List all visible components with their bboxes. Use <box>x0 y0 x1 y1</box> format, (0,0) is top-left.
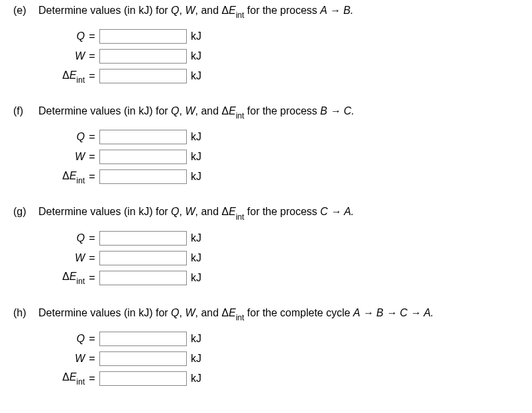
delta-e-int-symbol: ΔEint <box>62 170 85 181</box>
equals-sign: = <box>85 333 99 345</box>
variable-label: W <box>38 151 85 163</box>
unit-label: kJ <box>191 171 201 183</box>
unit-label: kJ <box>191 70 201 82</box>
var-w: W <box>185 105 195 116</box>
answer-input[interactable] <box>99 49 187 64</box>
answer-input[interactable] <box>99 332 187 346</box>
question-header: (f)Determine values (in kJ) for Q, W, an… <box>13 103 519 120</box>
process-text: A → B. <box>320 5 353 16</box>
var-q: Q <box>171 206 179 217</box>
unit-label: kJ <box>191 333 201 345</box>
answer-input[interactable] <box>99 150 187 164</box>
input-row: ΔEint=kJ <box>38 269 519 287</box>
unit-label: kJ <box>191 50 201 62</box>
var-q: Q <box>171 5 179 16</box>
question-text: Determine values (in kJ) for Q, W, and Δ… <box>38 3 353 20</box>
input-row: Q=kJ <box>38 128 519 146</box>
answer-input[interactable] <box>99 351 187 366</box>
unit-label: kJ <box>191 30 201 42</box>
unit-label: kJ <box>191 232 201 244</box>
equals-sign: = <box>85 373 99 385</box>
question-text-suffix: for the complete cycle <box>244 307 354 318</box>
answer-input[interactable] <box>99 251 187 265</box>
input-row: Q=kJ <box>38 28 519 45</box>
equals-sign: = <box>85 353 99 365</box>
process-text: A → B → C → A. <box>353 307 433 318</box>
input-row: Q=kJ <box>38 230 519 247</box>
delta-e-int-symbol: ΔEint <box>222 5 244 16</box>
equals-sign: = <box>85 171 99 183</box>
var-q: Q <box>171 307 179 318</box>
question-label: (e) <box>13 5 38 17</box>
question-text: Determine values (in kJ) for Q, W, and Δ… <box>38 305 434 322</box>
question-text-suffix: for the process <box>244 206 321 217</box>
answer-input[interactable] <box>99 29 187 44</box>
answer-input[interactable] <box>99 231 187 246</box>
question-text-prefix: Determine values (in kJ) for <box>38 307 171 318</box>
variable-label: Q <box>38 333 85 345</box>
variable-label: W <box>38 252 85 264</box>
var-w: W <box>185 206 195 217</box>
input-row: ΔEint=kJ <box>38 168 519 185</box>
delta-e-int-symbol: ΔEint <box>62 69 85 81</box>
variable-label: Q <box>38 131 85 143</box>
delta-e-int-symbol: ΔEint <box>62 371 85 383</box>
answer-input[interactable] <box>99 69 187 83</box>
question-label: (f) <box>13 105 38 117</box>
unit-label: kJ <box>191 373 201 385</box>
input-rows: Q=kJW=kJΔEint=kJ <box>13 128 519 185</box>
answer-input[interactable] <box>99 271 187 285</box>
input-row: W=kJ <box>38 48 519 65</box>
question-block: (f)Determine values (in kJ) for Q, W, an… <box>13 103 519 185</box>
input-row: W=kJ <box>38 148 519 165</box>
question-block: (g)Determine values (in kJ) for Q, W, an… <box>13 204 519 286</box>
question-text: Determine values (in kJ) for Q, W, and Δ… <box>38 103 354 120</box>
unit-label: kJ <box>191 131 201 143</box>
variable-label: ΔEint <box>38 170 85 184</box>
and-separator: , and <box>195 5 222 16</box>
equals-sign: = <box>85 131 99 143</box>
and-separator: , and <box>195 105 222 116</box>
equals-sign: = <box>85 50 99 62</box>
equals-sign: = <box>85 272 99 284</box>
question-text: Determine values (in kJ) for Q, W, and Δ… <box>38 204 354 221</box>
input-row: ΔEint=kJ <box>38 370 519 387</box>
equals-sign: = <box>85 232 99 244</box>
input-rows: Q=kJW=kJΔEint=kJ <box>13 230 519 287</box>
variable-label: Q <box>38 30 85 42</box>
answer-input[interactable] <box>99 169 187 184</box>
equals-sign: = <box>85 252 99 264</box>
var-q: Q <box>171 105 179 116</box>
delta-e-int-symbol: ΔEint <box>222 105 244 116</box>
question-header: (e)Determine values (in kJ) for Q, W, an… <box>13 3 519 20</box>
process-text: B → C. <box>320 105 354 116</box>
variable-label: Q <box>38 232 85 244</box>
input-row: Q=kJ <box>38 330 519 347</box>
unit-label: kJ <box>191 151 201 163</box>
equals-sign: = <box>85 70 99 82</box>
question-header: (g)Determine values (in kJ) for Q, W, an… <box>13 204 519 221</box>
unit-label: kJ <box>191 252 201 264</box>
question-text-prefix: Determine values (in kJ) for <box>38 105 171 116</box>
delta-e-int-symbol: ΔEint <box>62 271 85 282</box>
answer-input[interactable] <box>99 371 187 386</box>
input-row: W=kJ <box>38 250 519 267</box>
equals-sign: = <box>85 151 99 163</box>
variable-label: W <box>38 353 85 365</box>
variable-label: W <box>38 50 85 62</box>
unit-label: kJ <box>191 272 201 284</box>
input-row: ΔEint=kJ <box>38 68 519 85</box>
question-text-suffix: for the process <box>244 5 321 16</box>
input-row: W=kJ <box>38 350 519 367</box>
equals-sign: = <box>85 30 99 42</box>
answer-input[interactable] <box>99 130 187 144</box>
unit-label: kJ <box>191 353 201 365</box>
variable-label: ΔEint <box>38 69 85 83</box>
question-text-prefix: Determine values (in kJ) for <box>38 5 171 16</box>
question-header: (h)Determine values (in kJ) for Q, W, an… <box>13 305 519 322</box>
process-text: C → A. <box>320 206 354 217</box>
and-separator: , and <box>195 206 222 217</box>
question-block: (h)Determine values (in kJ) for Q, W, an… <box>13 305 519 387</box>
input-rows: Q=kJW=kJΔEint=kJ <box>13 28 519 85</box>
var-w: W <box>185 307 195 318</box>
